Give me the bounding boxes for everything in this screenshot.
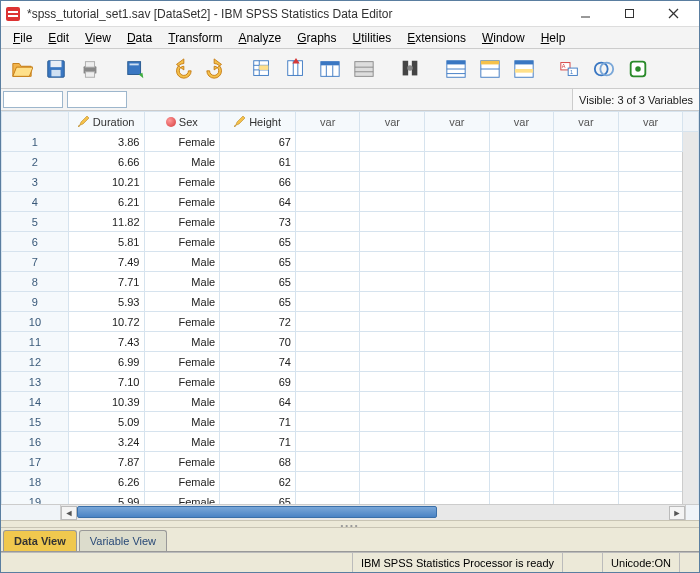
cell-value-box[interactable] — [67, 91, 127, 108]
goto-variable-button[interactable] — [281, 54, 311, 84]
horizontal-scroll-thumb[interactable] — [77, 506, 437, 518]
splitter-grip[interactable]: •••• — [1, 520, 699, 528]
cell-empty[interactable] — [360, 412, 425, 432]
horizontal-scrollbar[interactable]: ◄ ► — [1, 504, 699, 520]
cell-empty[interactable] — [425, 332, 490, 352]
cell-empty[interactable] — [554, 132, 619, 152]
cell-duration[interactable]: 3.86 — [68, 132, 144, 152]
cell-empty[interactable] — [295, 492, 360, 505]
menu-file[interactable]: File — [5, 27, 40, 48]
cell-empty[interactable] — [618, 272, 683, 292]
cell-height[interactable]: 65 — [220, 492, 296, 505]
cell-empty[interactable] — [425, 252, 490, 272]
corner-header[interactable] — [2, 112, 69, 132]
cell-sex[interactable]: Female — [144, 132, 220, 152]
cell-duration[interactable]: 6.21 — [68, 192, 144, 212]
maximize-button[interactable] — [607, 2, 651, 26]
cell-empty[interactable] — [360, 492, 425, 505]
cell-sex[interactable]: Female — [144, 312, 220, 332]
cell-empty[interactable] — [360, 352, 425, 372]
column-header-duration[interactable]: Duration — [68, 112, 144, 132]
cell-empty[interactable] — [554, 392, 619, 412]
cell-empty[interactable] — [489, 472, 554, 492]
close-button[interactable] — [651, 2, 695, 26]
row-header[interactable]: 3 — [2, 172, 69, 192]
scroll-left-button[interactable]: ◄ — [61, 506, 77, 520]
cell-height[interactable]: 67 — [220, 132, 296, 152]
cell-empty[interactable] — [360, 272, 425, 292]
cell-empty[interactable] — [295, 292, 360, 312]
cell-height[interactable]: 72 — [220, 312, 296, 332]
cell-duration[interactable]: 5.93 — [68, 292, 144, 312]
cell-empty[interactable] — [618, 392, 683, 412]
cell-empty[interactable] — [489, 252, 554, 272]
column-header-empty[interactable]: var — [295, 112, 360, 132]
cell-empty[interactable] — [360, 392, 425, 412]
cell-duration[interactable]: 6.99 — [68, 352, 144, 372]
cell-empty[interactable] — [554, 212, 619, 232]
tab-variable-view[interactable]: Variable View — [79, 530, 167, 551]
cell-empty[interactable] — [360, 332, 425, 352]
cell-empty[interactable] — [618, 212, 683, 232]
cell-empty[interactable] — [489, 432, 554, 452]
select-cases-button[interactable] — [509, 54, 539, 84]
cell-empty[interactable] — [360, 152, 425, 172]
cell-sex[interactable]: Male — [144, 432, 220, 452]
cell-empty[interactable] — [425, 412, 490, 432]
cell-empty[interactable] — [554, 292, 619, 312]
cell-empty[interactable] — [554, 432, 619, 452]
cell-sex[interactable]: Male — [144, 152, 220, 172]
cell-duration[interactable]: 10.39 — [68, 392, 144, 412]
cell-empty[interactable] — [618, 192, 683, 212]
cell-duration[interactable]: 7.43 — [68, 332, 144, 352]
row-header[interactable]: 5 — [2, 212, 69, 232]
cell-empty[interactable] — [295, 252, 360, 272]
save-button[interactable] — [41, 54, 71, 84]
cell-duration[interactable]: 6.66 — [68, 152, 144, 172]
menu-window[interactable]: Window — [474, 27, 533, 48]
cell-empty[interactable] — [618, 412, 683, 432]
cell-empty[interactable] — [554, 232, 619, 252]
cell-sex[interactable]: Female — [144, 352, 220, 372]
row-header[interactable]: 17 — [2, 452, 69, 472]
cell-empty[interactable] — [295, 172, 360, 192]
cell-empty[interactable] — [295, 212, 360, 232]
cell-sex[interactable]: Female — [144, 232, 220, 252]
cell-empty[interactable] — [618, 172, 683, 192]
cell-height[interactable]: 64 — [220, 192, 296, 212]
cell-empty[interactable] — [554, 332, 619, 352]
row-header[interactable]: 4 — [2, 192, 69, 212]
cell-sex[interactable]: Female — [144, 172, 220, 192]
cell-duration[interactable]: 7.10 — [68, 372, 144, 392]
cell-empty[interactable] — [425, 432, 490, 452]
row-header[interactable]: 16 — [2, 432, 69, 452]
cell-empty[interactable] — [489, 212, 554, 232]
undo-button[interactable] — [167, 54, 197, 84]
cell-empty[interactable] — [554, 272, 619, 292]
row-header[interactable]: 2 — [2, 152, 69, 172]
cell-height[interactable]: 69 — [220, 372, 296, 392]
cell-sex[interactable]: Female — [144, 492, 220, 505]
cell-height[interactable]: 73 — [220, 212, 296, 232]
row-header[interactable]: 12 — [2, 352, 69, 372]
cell-empty[interactable] — [425, 232, 490, 252]
cell-duration[interactable]: 11.82 — [68, 212, 144, 232]
row-header[interactable]: 13 — [2, 372, 69, 392]
value-labels-button[interactable]: A1 — [555, 54, 585, 84]
cell-duration[interactable]: 7.87 — [68, 452, 144, 472]
menu-help[interactable]: Help — [533, 27, 574, 48]
row-header[interactable]: 14 — [2, 392, 69, 412]
cell-height[interactable]: 62 — [220, 472, 296, 492]
menu-utilities[interactable]: Utilities — [345, 27, 400, 48]
cell-empty[interactable] — [489, 192, 554, 212]
cell-duration[interactable]: 10.21 — [68, 172, 144, 192]
cell-empty[interactable] — [489, 132, 554, 152]
cell-empty[interactable] — [360, 312, 425, 332]
column-header-sex[interactable]: Sex — [144, 112, 220, 132]
menu-transform[interactable]: Transform — [160, 27, 230, 48]
cell-empty[interactable] — [295, 332, 360, 352]
weight-cases-button[interactable] — [475, 54, 505, 84]
cell-height[interactable]: 71 — [220, 432, 296, 452]
cell-empty[interactable] — [360, 212, 425, 232]
cell-empty[interactable] — [489, 452, 554, 472]
